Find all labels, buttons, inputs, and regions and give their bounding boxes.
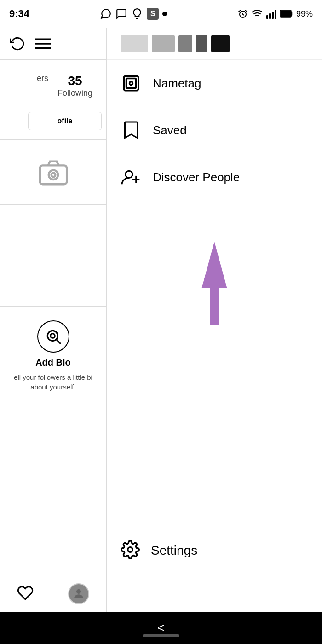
swatch-5[interactable] [211, 35, 230, 52]
arrow-container [107, 238, 322, 330]
bottom-nav-left [0, 575, 106, 612]
bookmark-icon [121, 120, 142, 141]
svg-point-13 [47, 331, 58, 341]
signal-icon [266, 8, 277, 19]
swatch-4[interactable] [196, 35, 207, 52]
discover-people-label: Discover People [153, 170, 240, 185]
status-time: 9:34 [9, 8, 29, 20]
following-number: 35 [68, 74, 82, 88]
edit-profile-button[interactable]: ofile [28, 112, 102, 130]
down-arrow [187, 238, 242, 330]
bulb-icon [131, 8, 143, 20]
nametag-label: Nametag [153, 76, 201, 91]
s-app-icon: S [147, 8, 159, 20]
add-bio-desc: ell your followers a little bi about you… [5, 372, 102, 392]
profile-avatar[interactable] [68, 583, 89, 604]
svg-rect-6 [281, 11, 291, 17]
left-top-bar [0, 28, 106, 60]
svg-point-24 [128, 547, 133, 552]
color-swatches [107, 28, 322, 60]
whatsapp-icon [100, 8, 112, 20]
svg-rect-10 [40, 165, 66, 184]
settings-menu-item[interactable]: Settings [107, 531, 322, 570]
svg-point-14 [50, 334, 55, 338]
nametag-icon [121, 73, 142, 94]
add-bio-icon[interactable] [37, 320, 69, 353]
alarm-icon [237, 8, 248, 19]
saved-menu-item[interactable]: Saved [107, 107, 322, 154]
svg-point-19 [130, 82, 133, 85]
main-layout: ers 35 Following ofile [0, 28, 322, 612]
swatch-3[interactable] [178, 35, 192, 52]
svg-rect-2 [269, 13, 271, 19]
dot-icon [162, 12, 167, 16]
hamburger-icon[interactable] [35, 35, 52, 52]
status-icons: S [100, 8, 167, 20]
svg-rect-3 [272, 12, 274, 19]
edit-profile-area: ofile [0, 112, 102, 130]
divider-2 [0, 204, 106, 205]
add-person-icon [121, 167, 142, 188]
nav-pill [143, 634, 179, 637]
right-panel: Nametag Saved Discover People [107, 28, 322, 612]
discover-people-menu-item[interactable]: Discover People [107, 154, 322, 201]
svg-point-12 [51, 173, 55, 177]
divider-3 [0, 306, 106, 307]
followers-label: ers [37, 74, 48, 83]
followers-stat[interactable]: ers [37, 74, 58, 83]
add-bio-title: Add Bio [35, 357, 71, 368]
bottom-nav: < [0, 612, 322, 644]
following-label: Following [58, 88, 92, 98]
settings-label: Settings [151, 543, 197, 558]
saved-label: Saved [153, 123, 187, 138]
svg-rect-1 [266, 15, 268, 19]
nametag-menu-item[interactable]: Nametag [107, 60, 322, 107]
svg-point-20 [126, 171, 132, 178]
following-stat[interactable]: 35 Following [58, 74, 102, 98]
profile-stats: ers 35 Following [0, 60, 106, 107]
battery-percent: 99% [296, 9, 313, 19]
wifi-icon [251, 8, 263, 20]
swatch-1[interactable] [121, 35, 148, 52]
swatch-2[interactable] [152, 35, 175, 52]
heart-icon[interactable] [17, 585, 34, 603]
history-icon[interactable] [9, 35, 26, 52]
svg-rect-18 [126, 79, 136, 88]
battery-icon [280, 8, 293, 19]
status-bar: 9:34 S [0, 0, 322, 28]
camera-placeholder [35, 154, 72, 191]
message-icon [115, 8, 127, 20]
grid-area [0, 145, 106, 200]
back-button[interactable]: < [157, 621, 165, 635]
status-right-icons: 99% [237, 8, 313, 20]
svg-rect-4 [275, 10, 276, 19]
svg-point-16 [76, 589, 81, 594]
svg-line-15 [57, 340, 61, 344]
svg-point-11 [48, 170, 58, 180]
svg-marker-23 [202, 242, 227, 325]
divider-1 [0, 139, 106, 140]
settings-icon [121, 540, 140, 561]
left-panel: ers 35 Following ofile [0, 28, 107, 612]
spacer [0, 209, 106, 302]
add-bio-section: Add Bio ell your followers a little bi a… [0, 311, 106, 401]
